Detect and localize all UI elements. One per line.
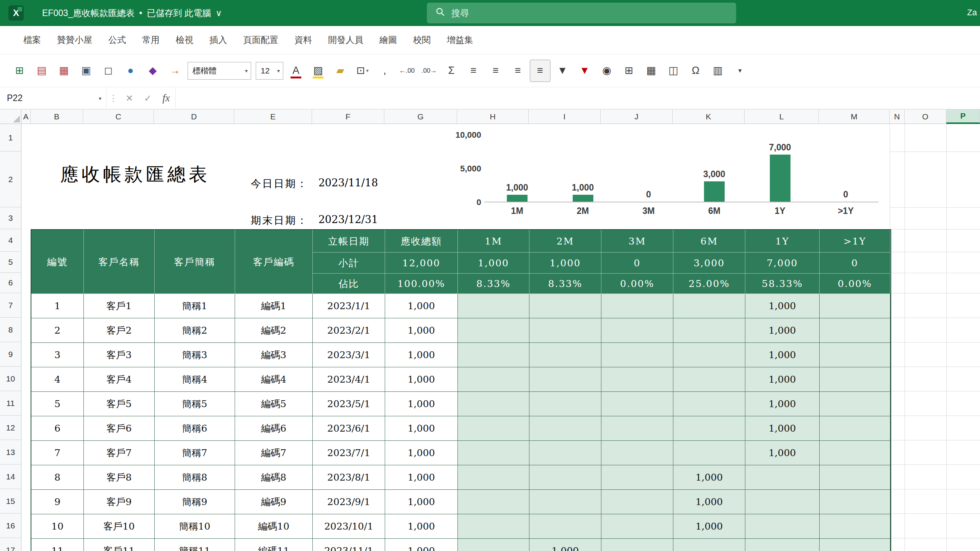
table-cell[interactable]: 1,000 (745, 343, 820, 367)
table-cell[interactable] (673, 416, 745, 441)
table-cell[interactable]: 1,000 (385, 416, 458, 441)
table-cell[interactable] (529, 490, 601, 514)
align-center-icon[interactable]: ≡ (485, 60, 506, 82)
table-cell[interactable]: 1,000 (745, 416, 820, 441)
search-box[interactable]: 搜尋 (427, 3, 736, 23)
table-cell[interactable]: 6 (31, 416, 84, 441)
table-cell[interactable]: 10 (31, 514, 84, 539)
arrow-shape-icon[interactable]: → (165, 60, 185, 82)
table-cell[interactable] (458, 343, 529, 367)
table-cell[interactable]: 簡稱1 (155, 294, 235, 318)
select-all-button[interactable] (0, 109, 21, 124)
ribbon-tab-developer[interactable]: 開發人員 (320, 26, 371, 54)
row-header-5[interactable]: 5 (0, 252, 21, 273)
header-cell[interactable]: 小計 (313, 253, 385, 274)
table-cell[interactable] (458, 392, 529, 416)
percent-cell[interactable]: 25.00% (673, 274, 745, 294)
table-cell[interactable] (458, 367, 529, 392)
table-cell[interactable] (745, 490, 820, 514)
table-cell[interactable]: 2023/1/1 (313, 294, 385, 318)
table-cell[interactable]: 5 (31, 392, 84, 416)
insert-function-icon[interactable]: fx (157, 92, 175, 104)
align-left-icon[interactable]: ≡ (463, 60, 484, 82)
sheet-title[interactable]: 應收帳款匯總表 (60, 162, 210, 187)
table-cell[interactable]: 1,000 (385, 490, 458, 514)
end-date-label[interactable]: 期末日期： (205, 214, 308, 227)
table-cell[interactable] (601, 367, 673, 392)
table-cell[interactable]: 2023/2/1 (313, 318, 385, 343)
table-cell[interactable]: 1,000 (745, 392, 820, 416)
today-date-label[interactable]: 今日日期： (205, 177, 308, 191)
table-cell[interactable] (601, 490, 673, 514)
table-cell[interactable]: 4 (31, 367, 84, 392)
table-cell[interactable] (820, 416, 890, 441)
format-painter-icon[interactable]: ▰ (330, 60, 351, 82)
table-cell[interactable]: 簡稱6 (155, 416, 235, 441)
table-cell[interactable] (601, 539, 673, 551)
table-cell[interactable] (529, 514, 601, 539)
row-header-16[interactable]: 16 (0, 514, 21, 538)
row-header-1[interactable]: 1 (0, 124, 21, 152)
table-cell[interactable]: 3 (31, 343, 84, 367)
table-cell[interactable] (529, 343, 601, 367)
table-cell[interactable] (745, 514, 820, 539)
column-header-D[interactable]: D (154, 109, 234, 124)
ribbon-tab-view[interactable]: 檢視 (168, 26, 201, 54)
table-cell[interactable]: 8 (31, 465, 84, 490)
row-header-2[interactable]: 2 (0, 152, 21, 207)
table-cell[interactable]: 2023/8/1 (313, 465, 385, 490)
bar-1Y[interactable] (770, 155, 791, 202)
table-cell[interactable] (458, 318, 529, 343)
table-cell[interactable]: 1,000 (745, 318, 820, 343)
table-cell[interactable] (601, 514, 673, 539)
percent-cell[interactable]: 8.33% (458, 274, 529, 294)
table-cell[interactable] (820, 294, 890, 318)
column-header-I[interactable]: I (529, 109, 601, 124)
table-cell[interactable] (820, 465, 890, 490)
table-cell[interactable] (673, 539, 745, 551)
ribbon-tab-file[interactable]: 檔案 (15, 26, 49, 54)
oval-shape-icon[interactable]: ● (120, 60, 141, 82)
ribbon-tab-home[interactable]: 常用 (134, 26, 168, 54)
row-header-3[interactable]: 3 (0, 207, 21, 229)
subtotal-cell[interactable]: 3,000 (673, 253, 745, 274)
table-cell[interactable] (820, 441, 890, 465)
header-cell[interactable]: 2M (529, 230, 601, 253)
user-badge[interactable]: Za (967, 8, 977, 18)
row-header-13[interactable]: 13 (0, 440, 21, 465)
end-date-value[interactable]: 2023/12/31 (312, 214, 384, 225)
excel-app-icon[interactable]: X (8, 5, 24, 21)
table-cell[interactable]: 1,000 (385, 318, 458, 343)
table-cell[interactable]: 1,000 (745, 441, 820, 465)
table-cell[interactable]: 客戶1 (84, 294, 155, 318)
table-cell[interactable] (673, 318, 745, 343)
table-cell[interactable]: 編碼3 (235, 343, 313, 367)
table-cell[interactable] (820, 367, 890, 392)
table-cell[interactable] (601, 416, 673, 441)
cancel-icon[interactable]: ✕ (120, 93, 139, 104)
table-cell[interactable]: 1,000 (385, 343, 458, 367)
header-cell[interactable]: 6M (673, 230, 745, 253)
bar-1M[interactable] (507, 195, 528, 202)
ribbon-tab-page-layout[interactable]: 頁面配置 (235, 26, 286, 54)
table-cell[interactable] (820, 318, 890, 343)
column-header-F[interactable]: F (312, 109, 384, 124)
table-cell[interactable]: 簡稱4 (155, 367, 235, 392)
table-cell[interactable]: 編碼7 (235, 441, 313, 465)
column-header-M[interactable]: M (819, 109, 890, 124)
symbol-icon[interactable]: Ω (685, 60, 706, 82)
insert-picture-icon[interactable]: ▣ (76, 60, 96, 82)
table-cell[interactable]: 1,000 (385, 392, 458, 416)
table-cell[interactable]: 簡稱5 (155, 392, 235, 416)
table-cell[interactable] (601, 318, 673, 343)
table-cell[interactable]: 編碼4 (235, 367, 313, 392)
table-cell[interactable] (601, 392, 673, 416)
table-cell[interactable] (601, 294, 673, 318)
table-cell[interactable]: 客戶5 (84, 392, 155, 416)
table-cell[interactable] (529, 465, 601, 490)
table-cell[interactable]: 1,000 (745, 367, 820, 392)
header-cell[interactable]: 客戶編碼 (235, 230, 313, 294)
table-cell[interactable] (458, 539, 529, 551)
table-cell[interactable] (745, 539, 820, 551)
table-cell[interactable] (529, 392, 601, 416)
